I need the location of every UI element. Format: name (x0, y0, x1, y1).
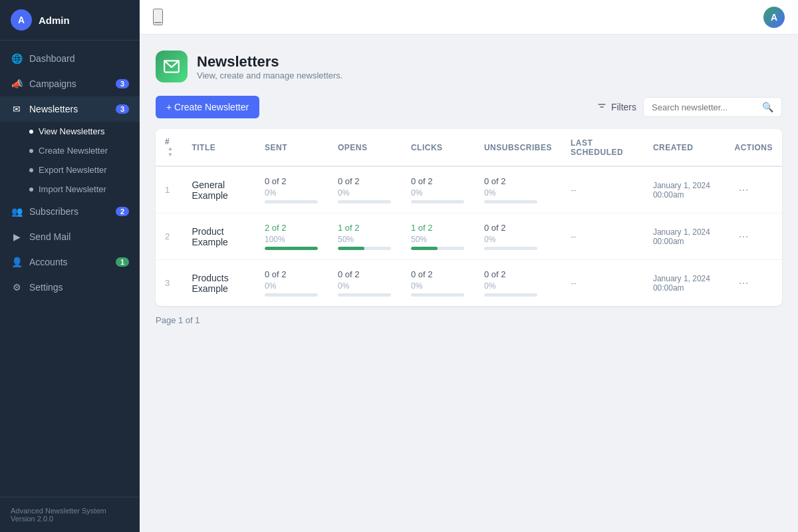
page-icon (156, 51, 188, 82)
row-title[interactable]: Products Example (182, 260, 255, 307)
sidebar-item-create-newsletter[interactable]: Create Newsletter (0, 141, 140, 160)
row-title[interactable]: Product Example (182, 213, 255, 260)
last-scheduled: -- (561, 213, 644, 260)
actions-button[interactable]: ··· (734, 182, 752, 198)
active-dot (29, 130, 33, 134)
col-clicks: Clicks (402, 129, 475, 166)
footer-line2: Version 2.0.0 (11, 515, 129, 523)
row-actions: ··· (725, 166, 782, 213)
inactive-dot (29, 149, 33, 153)
row-title[interactable]: General Example (182, 166, 255, 213)
footer-line1: Advanced Newsletter System (11, 507, 129, 515)
row-number: 1 (156, 166, 182, 213)
actions-button[interactable]: ··· (734, 228, 752, 245)
hamburger-button[interactable]: ⎯ (153, 9, 163, 25)
topbar-right: A (763, 7, 785, 28)
col-last-scheduled: Last Scheduled (561, 129, 644, 166)
sidebar-item-settings[interactable]: ⚙ Settings (0, 275, 140, 300)
send-mail-icon: ▶ (11, 231, 23, 243)
col-sent: Sent (255, 129, 329, 166)
sidebar-item-label: Campaigns (29, 78, 76, 89)
stat-cell: 0 of 2 0% (402, 260, 475, 307)
sidebar-item-campaigns[interactable]: 📣 Campaigns 3 (0, 71, 140, 96)
row-number: 2 (156, 213, 182, 260)
row-number: 3 (156, 260, 182, 307)
col-created: Created (644, 129, 726, 166)
subscribers-badge: 2 (116, 207, 129, 216)
topbar-avatar: A (763, 7, 785, 28)
stat-cell: 0 of 2 0% (329, 166, 402, 213)
sub-nav-label: Import Newsletter (39, 184, 106, 194)
created-date: January 1, 2024 00:00am (644, 213, 726, 260)
accounts-badge: 1 (116, 257, 129, 267)
content-area: Newsletters View, create and manage news… (140, 35, 798, 532)
stat-cell: 1 of 2 50% (402, 213, 475, 260)
campaigns-icon: 📣 (11, 78, 23, 90)
stat-cell: 1 of 2 50% (329, 213, 402, 260)
stat-cell: 0 of 2 0% (255, 260, 329, 307)
stat-cell: 0 of 2 0% (255, 166, 329, 213)
stat-cell: 0 of 2 0% (475, 213, 561, 260)
sidebar-item-import-newsletter[interactable]: Import Newsletter (0, 180, 140, 199)
page-subtitle: View, create and manage newsletters. (197, 70, 342, 80)
inactive-dot (29, 188, 33, 192)
filters-label: Filters (611, 102, 636, 112)
sidebar-item-label: Dashboard (29, 53, 75, 64)
col-opens: Opens (329, 129, 402, 166)
page-title: Newsletters (197, 53, 342, 70)
settings-icon: ⚙ (11, 281, 23, 293)
actions-button[interactable]: ··· (734, 275, 752, 291)
newsletters-badge: 3 (116, 104, 129, 114)
page-header: Newsletters View, create and manage news… (156, 51, 782, 82)
newsletters-icon: ✉ (11, 103, 23, 115)
stat-cell: 0 of 2 0% (329, 260, 402, 307)
sidebar-header: A Admin (0, 0, 140, 41)
stat-cell: 2 of 2 100% (255, 213, 329, 260)
sidebar-item-label: Settings (29, 282, 63, 293)
sidebar-item-send-mail[interactable]: ▶ Send Mail (0, 224, 140, 249)
last-scheduled: -- (561, 166, 644, 213)
sidebar-item-view-newsletters[interactable]: View Newsletters (0, 122, 140, 141)
table-row: 1 General Example 0 of 2 0% 0 of 2 0% 0 … (156, 166, 782, 213)
sidebar-item-label: Accounts (29, 257, 68, 267)
admin-avatar: A (11, 9, 32, 31)
col-actions: Actions (725, 129, 782, 166)
search-icon: 🔍 (762, 102, 773, 112)
search-box: 🔍 (643, 97, 782, 117)
stat-cell: 0 of 2 0% (475, 260, 561, 307)
sidebar-item-accounts[interactable]: 👤 Accounts 1 (0, 249, 140, 275)
col-unsubscribes: Unsubscribes (475, 129, 561, 166)
filters-button[interactable]: Filters (597, 102, 636, 112)
created-date: January 1, 2024 00:00am (644, 166, 726, 213)
sidebar: A Admin 🌐 Dashboard 📣 Campaigns 3 ✉ News… (0, 0, 140, 532)
sub-nav-label: View Newsletters (39, 126, 104, 136)
last-scheduled: -- (561, 260, 644, 307)
sidebar-item-subscribers[interactable]: 👥 Subscribers 2 (0, 199, 140, 224)
stat-cell: 0 of 2 0% (402, 166, 475, 213)
page-title-group: Newsletters View, create and manage news… (197, 53, 342, 80)
search-input[interactable] (652, 102, 758, 112)
subscribers-icon: 👥 (11, 205, 23, 217)
sidebar-item-label: Newsletters (29, 104, 78, 114)
sidebar-item-export-newsletter[interactable]: Export Newsletter (0, 160, 140, 180)
row-actions: ··· (725, 260, 782, 307)
col-title: Title (182, 129, 255, 166)
toolbar: + Create Newsletter Filters 🔍 (156, 96, 782, 118)
globe-icon: 🌐 (11, 53, 23, 65)
sidebar-item-dashboard[interactable]: 🌐 Dashboard (0, 46, 140, 71)
sidebar-nav: 🌐 Dashboard 📣 Campaigns 3 ✉ Newsletters … (0, 41, 140, 497)
accounts-icon: 👤 (11, 256, 23, 268)
topbar: ⎯ A (140, 0, 798, 35)
stat-cell: 0 of 2 0% (475, 166, 561, 213)
inactive-dot (29, 168, 33, 172)
sidebar-item-label: Subscribers (29, 206, 78, 217)
filter-area: Filters 🔍 (597, 97, 782, 117)
campaigns-badge: 3 (116, 79, 129, 88)
row-actions: ··· (725, 213, 782, 260)
sidebar-item-newsletters[interactable]: ✉ Newsletters 3 (0, 96, 140, 122)
created-date: January 1, 2024 00:00am (644, 260, 726, 307)
newsletters-table: # ▲▼ Title Sent Opens Clicks Unsubscribe… (156, 129, 782, 306)
create-newsletter-button[interactable]: + Create Newsletter (156, 96, 259, 118)
table-row: 2 Product Example 2 of 2 100% 1 of 2 50%… (156, 213, 782, 260)
sub-nav-label: Export Newsletter (39, 165, 107, 175)
